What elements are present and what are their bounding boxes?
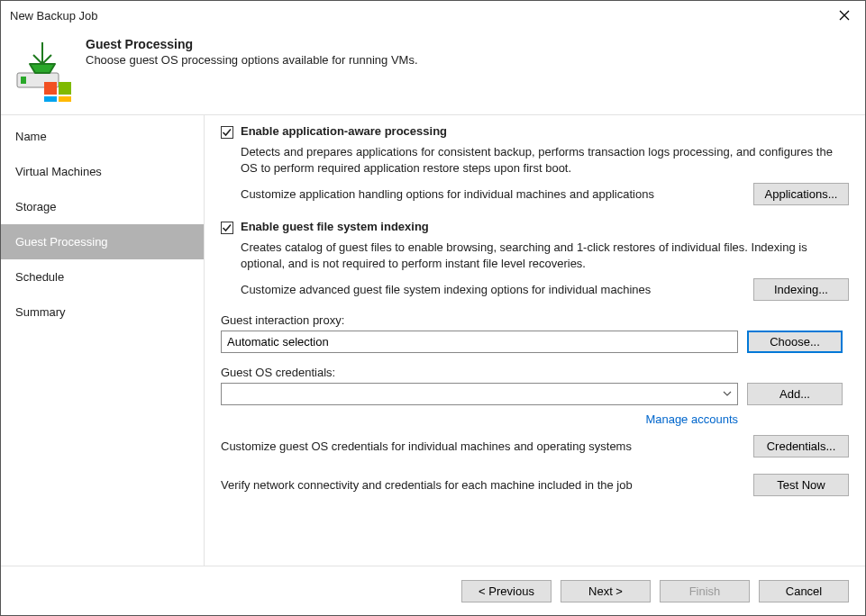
credentials-button[interactable]: Credentials... [753,435,849,457]
svg-rect-6 [44,96,57,102]
proxy-field[interactable] [221,331,738,353]
finish-button[interactable]: Finish [660,580,750,602]
app-aware-checkbox[interactable] [221,126,233,139]
nav-item-name[interactable]: Name [1,119,204,154]
manage-accounts-link[interactable]: Manage accounts [645,412,738,426]
previous-button[interactable]: < Previous [461,580,552,602]
window-title: New Backup Job [10,9,98,23]
svg-rect-4 [44,82,57,95]
creds-row: Add... [221,383,849,405]
app-aware-checkbox-row: Enable application-aware processing [221,124,849,139]
app-aware-label: Enable application-aware processing [241,124,447,138]
titlebar: New Backup Job [1,1,865,30]
creds-customize-text: Customize guest OS credentials for indiv… [221,439,744,453]
nav-item-schedule[interactable]: Schedule [1,259,204,294]
proxy-row: Choose... [221,331,849,353]
creds-customize-row: Customize guest OS credentials for indiv… [221,435,849,457]
footer: < Previous Next > Finish Cancel [1,566,865,615]
verify-text: Verify network connectivity and credenti… [221,478,744,492]
nav-item-storage[interactable]: Storage [1,189,204,224]
svg-rect-3 [21,77,26,84]
indexing-checkbox[interactable] [221,222,233,234]
manage-accounts-row: Manage accounts [221,412,738,426]
choose-proxy-button[interactable]: Choose... [747,331,843,353]
app-aware-customize-text: Customize application handling options f… [241,187,744,201]
app-aware-customize-row: Customize application handling options f… [241,183,849,205]
applications-button[interactable]: Applications... [753,183,849,205]
check-icon [221,222,233,234]
verify-row: Verify network connectivity and credenti… [221,474,849,496]
nav-item-virtual-machines[interactable]: Virtual Machines [1,154,204,189]
wizard-nav: Name Virtual Machines Storage Guest Proc… [1,115,204,566]
next-button[interactable]: Next > [561,580,651,602]
nav-item-summary[interactable]: Summary [1,294,204,330]
creds-combobox[interactable] [221,383,738,405]
close-icon [839,10,850,21]
close-button[interactable] [824,1,865,30]
indexing-checkbox-row: Enable guest file system indexing [221,220,849,234]
svg-rect-5 [59,82,71,95]
page-heading: Guest Processing [86,37,418,51]
content-panel: Enable application-aware processing Dete… [204,115,865,566]
header-text: Guest Processing Choose guest OS process… [86,37,418,67]
indexing-desc: Creates catalog of guest files to enable… [241,240,849,271]
page-subtitle: Choose guest OS processing options avail… [86,53,418,67]
proxy-label: Guest interaction proxy: [221,313,849,327]
check-icon [221,126,233,139]
wizard-window: New Backup Job Guest Processing Choose g… [0,0,866,616]
app-aware-desc: Detects and prepares applications for co… [241,144,849,176]
chevron-down-icon [721,387,734,400]
svg-rect-7 [59,96,71,102]
header: Guest Processing Choose guest OS process… [1,30,865,114]
indexing-customize-row: Customize advanced guest file system ind… [241,278,849,301]
add-creds-button[interactable]: Add... [747,383,843,405]
creds-label: Guest OS credentials: [221,366,849,379]
indexing-button[interactable]: Indexing... [753,278,849,301]
cancel-button[interactable]: Cancel [759,580,849,602]
test-now-button[interactable]: Test Now [753,474,849,496]
wizard-icon [14,37,71,102]
indexing-customize-text: Customize advanced guest file system ind… [241,283,744,296]
nav-item-guest-processing[interactable]: Guest Processing [1,224,204,259]
indexing-label: Enable guest file system indexing [241,220,429,233]
body: Name Virtual Machines Storage Guest Proc… [1,114,865,566]
